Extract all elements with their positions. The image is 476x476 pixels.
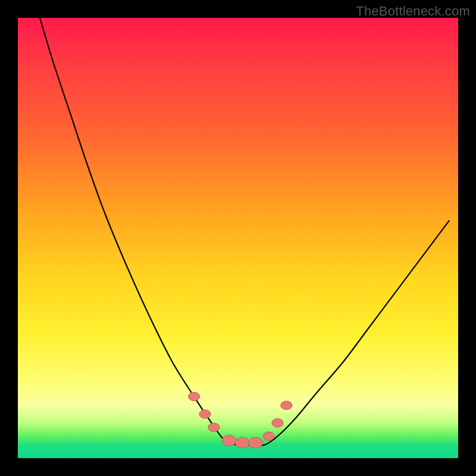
chart-frame: TheBottleneck.com — [0, 0, 476, 476]
bottleneck-curve-svg — [18, 18, 458, 458]
bottleneck-curve — [40, 18, 449, 446]
highlight-markers — [188, 392, 292, 448]
plot-area — [18, 18, 458, 458]
marker-point — [281, 401, 292, 409]
marker-point — [208, 423, 220, 431]
marker-point — [222, 435, 236, 446]
marker-point — [263, 432, 274, 440]
watermark-text: TheBottleneck.com — [356, 4, 470, 19]
marker-point — [199, 410, 211, 418]
marker-point — [188, 392, 199, 400]
marker-point — [272, 419, 283, 427]
marker-point — [235, 437, 249, 448]
marker-point — [249, 437, 263, 448]
